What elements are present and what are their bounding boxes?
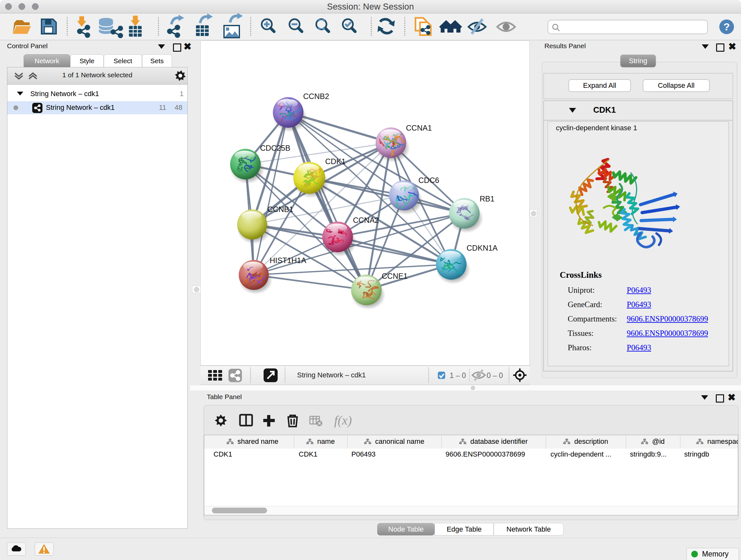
svg-text:HIST1H1A: HIST1H1A [270, 256, 307, 265]
svg-text:RB1: RB1 [480, 194, 495, 203]
svg-text:CCNA2: CCNA2 [353, 216, 379, 225]
svg-text:CCNB2: CCNB2 [303, 92, 329, 101]
svg-text:1 – 0: 1 – 0 [450, 371, 466, 380]
svg-text:CCNB1: CCNB1 [267, 205, 293, 213]
svg-text:0 – 0: 0 – 0 [487, 371, 503, 380]
svg-text:CCNA1: CCNA1 [406, 124, 432, 132]
svg-text:CDC25B: CDC25B [260, 144, 290, 152]
svg-text:CDKN1A: CDKN1A [467, 244, 497, 252]
svg-text:f(x): f(x) [334, 413, 352, 428]
svg-text:CDC6: CDC6 [418, 176, 439, 185]
svg-text:CDK1: CDK1 [325, 157, 346, 166]
svg-text:CCNE1: CCNE1 [382, 272, 408, 280]
